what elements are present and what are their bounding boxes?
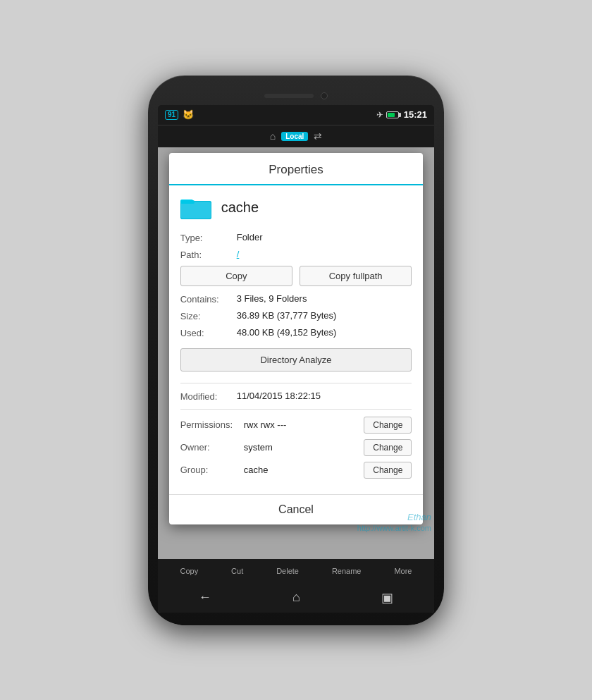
permissions-row: Permissions: rwx rwx --- Change — [180, 417, 412, 434]
dialog-body: cache Type: Folder Path: / — [169, 185, 424, 494]
size-value: 36.89 KB (37,777 Bytes) — [237, 310, 412, 321]
home-icon: ⌂ — [270, 130, 276, 142]
folder-name: cache — [221, 199, 259, 216]
owner-label: Owner: — [180, 442, 244, 453]
owner-row: Owner: system Change — [180, 439, 412, 456]
notification-icon: 🐱 — [183, 109, 194, 120]
status-time: 15:21 — [404, 109, 427, 120]
front-camera — [321, 92, 328, 99]
back-button[interactable]: ← — [199, 590, 211, 605]
main-content: Properties — [158, 147, 434, 559]
contains-value: 3 Files, 9 Folders — [237, 293, 412, 304]
directory-analyze-button[interactable]: Directory Analyze — [180, 348, 412, 372]
path-row: Path: / — [180, 249, 412, 260]
divider-1 — [180, 383, 412, 383]
toolbar-delete[interactable]: Delete — [276, 567, 299, 575]
screen: 91 🐱 ✈ 15:21 ⌂ Local ⇄ — [158, 105, 434, 613]
modified-label: Modified: — [180, 391, 237, 402]
folder-icon — [180, 195, 211, 221]
dialog-footer: Cancel — [169, 494, 424, 524]
group-value: cache — [244, 465, 364, 475]
used-label: Used: — [180, 327, 237, 338]
toolbar-copy[interactable]: Copy — [180, 567, 198, 575]
contains-row: Contains: 3 Files, 9 Folders — [180, 293, 412, 305]
phone-device: 91 🐱 ✈ 15:21 ⌂ Local ⇄ — [148, 75, 444, 625]
app-bar: ⌂ Local ⇄ — [158, 125, 434, 147]
dialog-overlay: Properties — [158, 147, 434, 559]
notification-badge: 91 — [165, 110, 178, 120]
svg-rect-3 — [181, 202, 211, 219]
folder-icon-wrap — [180, 195, 211, 221]
used-row: Used: 48.00 KB (49,152 Bytes) — [180, 327, 412, 338]
size-row: Size: 36.89 KB (37,777 Bytes) — [180, 310, 412, 321]
path-label: Path: — [180, 249, 237, 260]
status-left: 91 🐱 — [165, 109, 194, 120]
properties-dialog: Properties — [169, 153, 424, 524]
toolbar-cut[interactable]: Cut — [231, 567, 243, 575]
dialog-title: Properties — [169, 153, 424, 185]
toolbar-rename[interactable]: Rename — [332, 567, 362, 575]
used-value: 48.00 KB (49,152 Bytes) — [237, 327, 412, 338]
recents-button[interactable]: ▣ — [381, 590, 393, 606]
location-badge: Local — [281, 132, 308, 141]
folder-header: cache — [180, 195, 412, 221]
owner-value: system — [244, 442, 364, 453]
group-change-button[interactable]: Change — [364, 462, 412, 479]
path-value[interactable]: / — [237, 249, 412, 259]
type-value: Folder — [237, 232, 412, 242]
home-button[interactable]: ⌂ — [292, 590, 300, 605]
status-right: ✈ 15:21 — [376, 109, 427, 120]
size-label: Size: — [180, 310, 237, 321]
modified-row: Modified: 11/04/2015 18:22:15 — [180, 391, 412, 402]
speaker-grill — [264, 94, 314, 98]
nav-bar: ← ⌂ ▣ — [158, 583, 434, 613]
contains-label: Contains: — [180, 293, 237, 305]
permissions-value: rwx rwx --- — [244, 419, 364, 430]
divider-2 — [180, 409, 412, 410]
bottom-toolbar: Copy Cut Delete Rename More — [158, 559, 434, 583]
modified-value: 11/04/2015 18:22:15 — [237, 391, 412, 401]
cancel-button[interactable]: Cancel — [278, 503, 314, 516]
sync-icon: ⇄ — [314, 130, 322, 142]
permissions-change-button[interactable]: Change — [364, 417, 412, 434]
type-label: Type: — [180, 232, 237, 243]
battery-icon — [386, 111, 401, 118]
type-row: Type: Folder — [180, 232, 412, 243]
copy-button[interactable]: Copy — [180, 266, 292, 286]
status-bar: 91 🐱 ✈ 15:21 — [158, 105, 434, 125]
group-label: Group: — [180, 465, 244, 475]
copy-buttons-row: Copy Copy fullpath — [180, 266, 412, 286]
toolbar-more[interactable]: More — [394, 567, 412, 575]
airplane-icon: ✈ — [376, 110, 383, 120]
group-row: Group: cache Change — [180, 462, 412, 479]
copy-fullpath-button[interactable]: Copy fullpath — [300, 266, 412, 286]
owner-change-button[interactable]: Change — [364, 439, 412, 456]
phone-top-bar — [158, 88, 434, 105]
svg-rect-4 — [180, 200, 195, 204]
permissions-label: Permissions: — [180, 419, 244, 430]
